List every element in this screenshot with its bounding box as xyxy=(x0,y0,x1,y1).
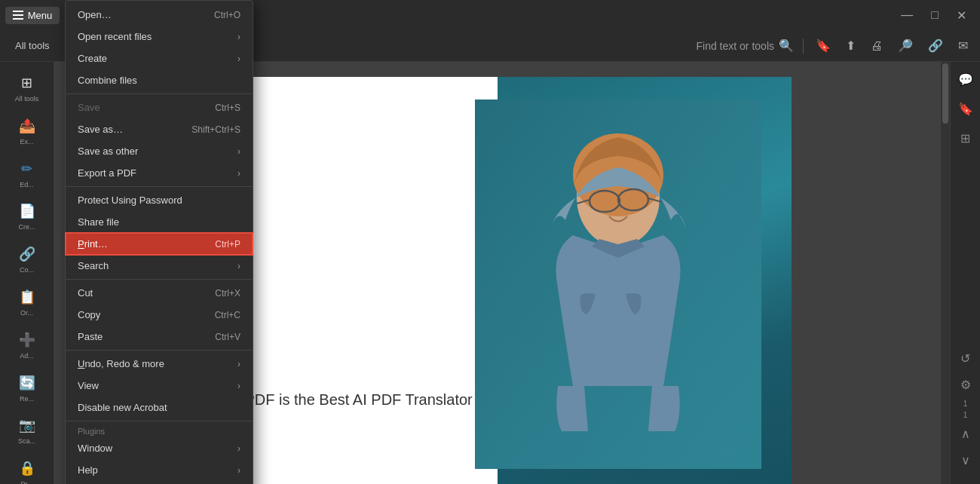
menu-item-disable-acrobat[interactable]: Disable new Acrobat xyxy=(66,397,253,418)
help-arrow-icon: › xyxy=(237,465,240,476)
menu-item-preferences[interactable]: Preferences… Ctrl+K xyxy=(66,481,253,484)
menu-save-text: Save xyxy=(78,102,100,113)
menu-item-view[interactable]: View › xyxy=(66,375,253,397)
open-recent-arrow-icon: › xyxy=(237,32,240,42)
menu-disable-acrobat-text: Disable new Acrobat xyxy=(78,402,167,413)
menu-paste-text: Paste xyxy=(78,331,103,342)
menu-undo-redo-text: Undo, Redo & more xyxy=(78,358,164,369)
menu-item-undo-redo[interactable]: Undo, Redo & more › xyxy=(66,353,253,375)
menu-create-text: Create xyxy=(78,53,107,64)
menu-item-save-as[interactable]: Save as… Shift+Ctrl+S xyxy=(66,118,253,140)
export-pdf-arrow-icon: › xyxy=(237,168,240,179)
menu-open-shortcut: Ctrl+O xyxy=(214,10,240,20)
window-arrow-icon: › xyxy=(237,443,240,454)
divider-1 xyxy=(66,93,253,94)
menu-item-protect-password[interactable]: Protect Using Password xyxy=(66,189,253,211)
menu-item-window[interactable]: Window › xyxy=(66,437,253,459)
menu-save-shortcut: Ctrl+S xyxy=(215,103,240,113)
dropdown-menu: Open… Ctrl+O Open recent files › Create … xyxy=(65,0,253,484)
menu-share-file-text: Share file xyxy=(78,216,119,228)
menu-item-print[interactable]: Print… Ctrl+P xyxy=(66,233,253,255)
menu-item-export-pdf[interactable]: Export a PDF › xyxy=(66,162,253,184)
divider-2 xyxy=(66,186,253,187)
plugins-section-label: Plugins xyxy=(66,424,253,437)
menu-paste-shortcut: Ctrl+V xyxy=(215,332,240,342)
menu-item-help[interactable]: Help › xyxy=(66,459,253,481)
menu-item-save-as-other[interactable]: Save as other › xyxy=(66,140,253,162)
menu-save-as-other-text: Save as other xyxy=(78,146,138,157)
menu-item-save: Save Ctrl+S xyxy=(66,96,253,118)
undo-redo-arrow-icon: › xyxy=(237,359,240,369)
menu-search-text: Search xyxy=(78,260,109,271)
menu-item-open[interactable]: Open… Ctrl+O xyxy=(66,4,253,26)
menu-open-recent-text: Open recent files xyxy=(78,31,152,42)
menu-open-text: Open… xyxy=(78,9,112,20)
menu-item-open-recent[interactable]: Open recent files › xyxy=(66,26,253,47)
menu-button-open[interactable]: Menu xyxy=(5,7,60,24)
create-arrow-icon: › xyxy=(237,54,240,64)
menu-view-text: View xyxy=(78,380,99,391)
menu-window-text: Window xyxy=(78,443,112,454)
menu-print-text: Print… xyxy=(78,238,108,250)
menu-protect-password-text: Protect Using Password xyxy=(78,195,182,206)
menu-copy-text: Copy xyxy=(78,309,100,320)
search-arrow-icon: › xyxy=(237,261,240,271)
menu-export-pdf-text: Export a PDF xyxy=(78,167,136,179)
save-as-other-arrow-icon: › xyxy=(237,146,240,157)
divider-5 xyxy=(66,421,253,421)
menu-combine-text: Combine files xyxy=(78,75,137,86)
view-arrow-icon: › xyxy=(237,381,240,391)
menu-item-search[interactable]: Search › xyxy=(66,255,253,277)
menu-item-create[interactable]: Create › xyxy=(66,47,253,69)
menu-save-as-shortcut: Shift+Ctrl+S xyxy=(191,124,240,135)
menu-cut-text: Cut xyxy=(78,287,93,299)
divider-4 xyxy=(66,350,253,351)
menu-help-text: Help xyxy=(78,464,98,476)
menu-item-share-file[interactable]: Share file xyxy=(66,211,253,233)
menu-item-cut[interactable]: Cut Ctrl+X xyxy=(66,282,253,304)
menu-save-as-text: Save as… xyxy=(78,124,123,135)
menu-button-active[interactable]: Menu xyxy=(0,0,65,30)
menu-item-copy[interactable]: Copy Ctrl+C xyxy=(66,304,253,326)
menu-item-paste[interactable]: Paste Ctrl+V xyxy=(66,326,253,348)
menu-open-label: Menu xyxy=(28,10,53,21)
menu-copy-shortcut: Ctrl+C xyxy=(215,310,240,320)
hamburger-icon-open xyxy=(13,11,23,20)
dropdown-overlay: Menu Open… Ctrl+O Open recent files › Cr… xyxy=(0,0,980,484)
menu-item-combine[interactable]: Combine files xyxy=(66,69,253,91)
menu-print-shortcut: Ctrl+P xyxy=(215,239,240,250)
menu-cut-shortcut: Ctrl+X xyxy=(215,288,240,299)
divider-3 xyxy=(66,279,253,280)
